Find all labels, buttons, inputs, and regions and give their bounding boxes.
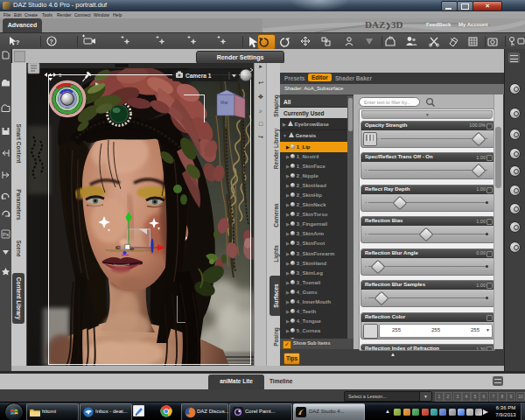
svg-text:?: ? — [16, 39, 19, 46]
svg-text:?: ? — [50, 38, 53, 45]
svg-text:Camera 1: Camera 1 — [186, 73, 212, 79]
svg-text:Ps: Ps — [3, 232, 9, 237]
svg-text:Mat: Mat — [220, 100, 228, 105]
